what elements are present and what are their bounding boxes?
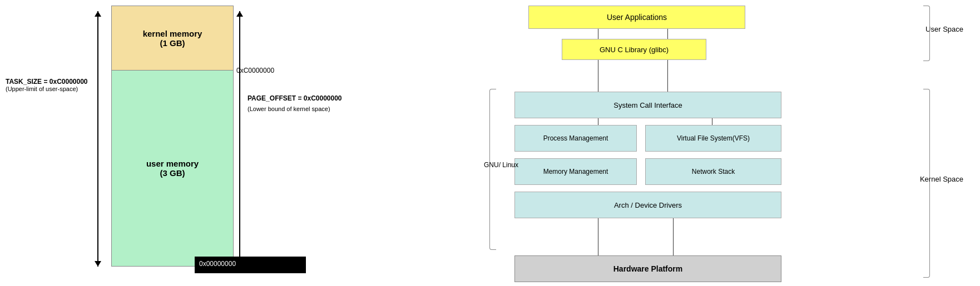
line-gnuc-to-sci [598,60,598,92]
system-call-interface-box: System Call Interface [514,92,781,118]
line-gnuc-to-sci2 [667,60,668,92]
line-sci-to-pm [598,118,598,125]
line-ua-to-gnuc [598,29,598,39]
process-management-label: Process Management [543,134,608,142]
gnu-linux-brace [489,89,496,250]
virtual-file-system-label: Virtual File System(VFS) [677,134,750,142]
task-size-value: TASK_SIZE = 0xC0000000 [6,78,95,86]
arch-device-drivers-label: Arch / Device Drivers [614,201,682,209]
user-memory-label: user memory (3 GB) [146,159,199,178]
hardware-platform-box: Hardware Platform [514,255,781,282]
virtual-file-system-box: Virtual File System(VFS) [645,125,781,152]
memory-management-label: Memory Management [543,168,608,175]
hardware-platform-label: Hardware Platform [613,264,682,273]
page-offset-desc: (Lower bound of kernel space) [248,106,330,112]
task-size-desc: (Upper-limit of user-space) [6,86,95,92]
right-diagram: User Applications GNU C Library (glibc) … [473,0,980,286]
gnu-c-library-label: GNU C Library (glibc) [600,46,669,54]
kernel-space-brace [923,89,930,278]
task-size-arrow [97,11,98,267]
user-applications-label: User Applications [607,13,667,22]
user-space-brace [923,6,930,61]
memory-management-box: Memory Management [514,158,637,185]
gnu-linux-label: GNU/ Linux [484,161,518,169]
process-management-box: Process Management [514,125,637,152]
left-diagram: TASK_SIZE = 0xC0000000 (Upper-limit of u… [0,0,473,286]
user-space-label: User Space [925,25,963,33]
page-offset-arrow [239,11,240,261]
network-stack-label: Network Stack [692,168,735,175]
task-size-label: TASK_SIZE = 0xC0000000 (Upper-limit of u… [6,78,95,92]
line-adc-to-hw2 [673,218,674,255]
memory-box-container: kernel memory (1 GB) user memory (3 GB) [111,6,234,267]
kernel-space-label: Kernel Space [920,175,963,183]
kernel-memory-block: kernel memory (1 GB) [111,6,234,71]
network-stack-box: Network Stack [645,158,781,185]
line-sci-to-vfs [712,118,712,125]
addr-zero-label: 0x00000000 [199,260,236,268]
arch-device-drivers-box: Arch / Device Drivers [514,192,781,218]
user-memory-block: user memory (3 GB) [111,71,234,267]
kernel-memory-label: kernel memory (1 GB) [143,29,202,48]
line-adc-to-hw1 [598,218,598,255]
gnu-c-library-box: GNU C Library (glibc) [562,39,706,60]
addr-c0-top-label: 0xC0000000 [236,67,274,74]
user-applications-box: User Applications [528,6,745,29]
system-call-interface-label: System Call Interface [613,101,682,109]
page-offset-label: PAGE_OFFSET = 0xC0000000 [248,94,342,102]
line-ua-to-gnuc2 [667,29,668,39]
arch-container: User Applications GNU C Library (glibc) … [484,3,969,283]
